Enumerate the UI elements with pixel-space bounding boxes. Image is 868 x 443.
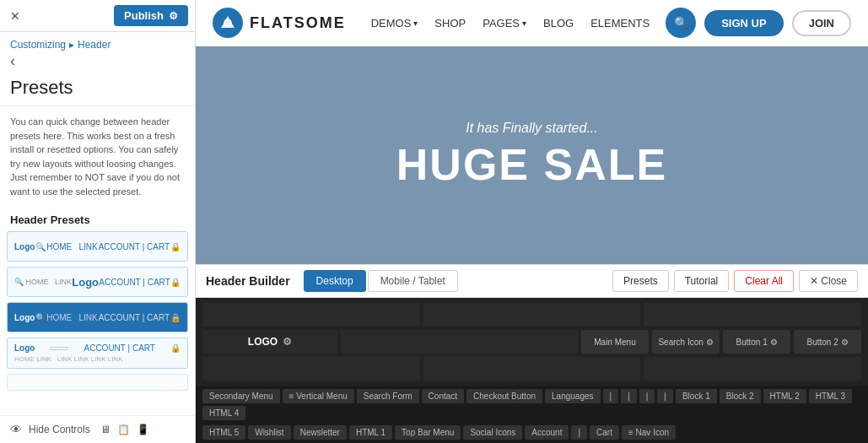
- hb-bottom-3[interactable]: [644, 357, 861, 381]
- element-block2[interactable]: Block 2: [720, 389, 761, 403]
- nav-actions: 🔍 SIGN UP JOIN: [666, 8, 851, 38]
- header-builder-bar: Header Builder Desktop Mobile / Tablet P…: [196, 264, 868, 298]
- nav-logo[interactable]: FLATSOME: [213, 8, 346, 38]
- element-html5[interactable]: HTML 5: [202, 425, 245, 440]
- element-languages[interactable]: Languages: [545, 389, 601, 403]
- hb-search-icon[interactable]: Search Icon ⚙: [652, 330, 720, 354]
- hero-section: It has Finally started... HUGE SALE: [196, 46, 868, 264]
- hb-empty-3[interactable]: [644, 303, 861, 327]
- element-sep2: |: [621, 389, 637, 403]
- panel-title: Presets: [0, 77, 195, 106]
- element-html3[interactable]: HTML 3: [809, 389, 852, 403]
- hide-controls-label: Hide Controls: [29, 424, 90, 435]
- breadcrumb-customizing[interactable]: Customizing: [10, 39, 66, 51]
- hb-bottom-2[interactable]: [423, 357, 641, 381]
- element-sep3: |: [639, 389, 655, 403]
- header-builder-label: Header Builder: [206, 274, 290, 288]
- publish-label: Publish: [124, 9, 164, 22]
- logo-gear-icon: ⚙: [283, 336, 292, 348]
- element-block1[interactable]: Block 1: [676, 389, 717, 403]
- close-builder-button[interactable]: ✕ Close: [799, 270, 858, 292]
- mobile-icon: 📱: [137, 424, 149, 435]
- signup-button[interactable]: SIGN UP: [704, 10, 783, 36]
- element-top-bar-menu[interactable]: Top Bar Menu: [395, 425, 461, 440]
- panel-description: You can quick change between header pres…: [0, 106, 195, 207]
- gear-icon: ⚙: [169, 10, 178, 22]
- tab-mobile[interactable]: Mobile / Tablet: [368, 270, 458, 292]
- hb-button2[interactable]: Button 2 ⚙: [794, 330, 861, 354]
- nav-logo-icon: [213, 8, 243, 38]
- panel-top-bar: ✕ Publish ⚙: [0, 0, 195, 32]
- join-button[interactable]: JOIN: [792, 10, 851, 36]
- tutorial-button[interactable]: Tutorial: [674, 270, 730, 292]
- element-newsletter[interactable]: Newsletter: [294, 425, 347, 440]
- element-sep4: |: [657, 389, 673, 403]
- presets-button[interactable]: Presets: [612, 270, 669, 292]
- element-wishlist[interactable]: Wishlist: [248, 425, 290, 440]
- preset-item-1[interactable]: Logo 🔍 HOME LINK ACCOUNT | CART 🔒: [7, 231, 188, 262]
- preset-item-5[interactable]: [7, 374, 188, 391]
- logo-label: LOGO: [248, 336, 278, 348]
- element-checkout-button[interactable]: Checkout Button: [466, 389, 542, 403]
- search-button[interactable]: 🔍: [666, 8, 696, 38]
- hb-main-menu[interactable]: Main Menu: [581, 330, 649, 354]
- elements-row-2: HTML 5 Wishlist Newsletter HTML 1 Top Ba…: [196, 424, 868, 443]
- breadcrumb: Customizing ▸ Header: [0, 32, 195, 51]
- header-builder-actions: Presets Tutorial Clear All ✕ Close: [612, 270, 858, 292]
- publish-button[interactable]: Publish ⚙: [114, 5, 188, 26]
- element-vertical-menu[interactable]: ≡ Vertical Menu: [283, 389, 354, 403]
- presets-list: Logo 🔍 HOME LINK ACCOUNT | CART 🔒 🔍 HOME…: [0, 231, 195, 415]
- element-cart[interactable]: Cart: [590, 425, 619, 440]
- hb-row-bottom: [202, 357, 861, 381]
- hb-bottom-1[interactable]: [202, 357, 420, 381]
- nav-elements[interactable]: ELEMENTS: [590, 17, 650, 30]
- element-secondary-menu[interactable]: Secondary Menu: [202, 389, 280, 403]
- elements-row-1: Secondary Menu ≡ Vertical Menu Search Fo…: [196, 386, 868, 424]
- nav-blog[interactable]: BLOG: [543, 17, 574, 30]
- element-account[interactable]: Account: [525, 425, 569, 440]
- main-area: FLATSOME DEMOS ▾ SHOP PAGES ▾ BLOG ELEME…: [196, 0, 868, 443]
- nav-shop[interactable]: SHOP: [434, 17, 466, 30]
- element-html4[interactable]: HTML 4: [202, 406, 245, 420]
- hb-empty-1[interactable]: [202, 303, 420, 327]
- panel-section-title: Header Presets: [0, 207, 195, 231]
- element-contact[interactable]: Contact: [422, 389, 464, 403]
- clear-all-button[interactable]: Clear All: [734, 270, 794, 292]
- hero-title: HUGE SALE: [396, 139, 667, 190]
- tablet-icon: 📋: [117, 424, 130, 435]
- nav-logo-text: FLATSOME: [250, 14, 346, 32]
- nav-demos[interactable]: DEMOS ▾: [371, 17, 418, 30]
- top-nav: FLATSOME DEMOS ▾ SHOP PAGES ▾ BLOG ELEME…: [196, 0, 868, 46]
- back-button[interactable]: ‹: [0, 51, 195, 77]
- hero-subtitle: It has Finally started...: [466, 121, 598, 136]
- hb-middle-empty[interactable]: [341, 330, 578, 354]
- hide-controls[interactable]: 👁 Hide Controls 🖥 📋 📱: [0, 415, 195, 443]
- header-builder-canvas: LOGO ⚙ Main Menu Search Icon ⚙ Button 1 …: [196, 298, 868, 386]
- left-panel: ✕ Publish ⚙ Customizing ▸ Header ‹ Prese…: [0, 0, 196, 443]
- nav-links: DEMOS ▾ SHOP PAGES ▾ BLOG ELEMENTS: [371, 17, 666, 30]
- close-icon[interactable]: ✕: [7, 8, 24, 24]
- element-sep1: |: [603, 389, 619, 403]
- preset-item-4[interactable]: Logo ACCOUNT | CART 🔒 HOME LINK LINK LIN…: [7, 338, 188, 369]
- hb-button1[interactable]: Button 1 ⚙: [723, 330, 790, 354]
- element-social-icons[interactable]: Social Icons: [463, 425, 522, 440]
- breadcrumb-header[interactable]: Header: [78, 39, 111, 51]
- hb-row-main: LOGO ⚙ Main Menu Search Icon ⚙ Button 1 …: [202, 330, 861, 354]
- element-nav-icon[interactable]: ≡ Nav Icon: [622, 425, 676, 440]
- eye-icon: 👁: [10, 423, 22, 436]
- preset-item-3[interactable]: Logo 🔍 HOME LINK ACCOUNT | CART 🔒: [7, 302, 188, 332]
- tab-desktop[interactable]: Desktop: [304, 270, 366, 292]
- breadcrumb-separator: ▸: [69, 39, 74, 51]
- hb-empty-2[interactable]: [423, 303, 641, 327]
- hb-row-top: [202, 303, 861, 327]
- hb-logo-cell[interactable]: LOGO ⚙: [202, 330, 337, 354]
- header-builder-tabs: Desktop Mobile / Tablet: [304, 270, 458, 292]
- element-html2[interactable]: HTML 2: [763, 389, 806, 403]
- preset-item-2[interactable]: 🔍 HOME LINK Logo ACCOUNT | CART 🔒: [7, 267, 188, 297]
- nav-pages[interactable]: PAGES ▾: [483, 17, 526, 30]
- desktop-icon: 🖥: [100, 424, 111, 435]
- element-html1[interactable]: HTML 1: [349, 425, 392, 440]
- element-sep5: |: [571, 425, 587, 440]
- element-search-form[interactable]: Search Form: [357, 389, 419, 403]
